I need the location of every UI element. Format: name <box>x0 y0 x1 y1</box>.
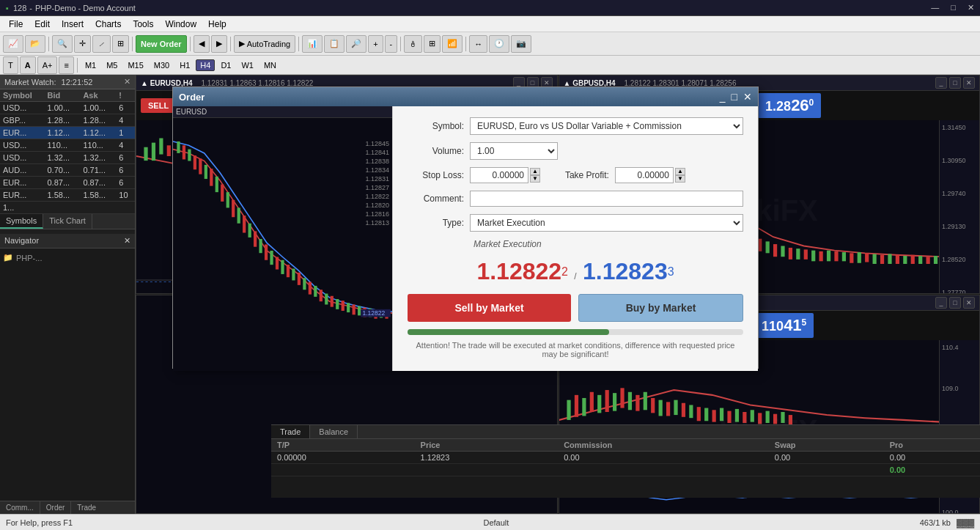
menu-tools[interactable]: Tools <box>127 19 159 29</box>
market-watch-row[interactable]: EUR... 1.58... 1.58... 10 <box>0 189 135 202</box>
period-sep-btn[interactable]: ⊞ <box>112 35 129 53</box>
menu-edit[interactable]: Edit <box>29 19 56 29</box>
volume-btn[interactable]: 📶 <box>442 35 463 53</box>
tp-spin-down[interactable]: ▼ <box>675 175 685 183</box>
tab-trade-left[interactable]: Trade <box>71 501 102 514</box>
chart-type-btn[interactable]: 🕯 <box>404 35 422 53</box>
market-watch-row[interactable]: USD... 1.32... 1.32... 6 <box>0 152 135 164</box>
template-btn[interactable]: 📋 <box>324 35 345 53</box>
usdjpy-minimize[interactable]: _ <box>935 297 947 309</box>
tab-balance[interactable]: Balance <box>310 425 358 438</box>
tf-m5[interactable]: M5 <box>102 59 122 71</box>
market-watch-header: Market Watch: 12:21:52 ✕ <box>0 75 135 89</box>
back-btn[interactable]: ◀ <box>194 35 210 53</box>
tab-symbols[interactable]: Symbols <box>0 214 43 229</box>
tf-mn[interactable]: MN <box>259 59 281 71</box>
volume-select[interactable]: 1.00 <box>470 142 558 160</box>
bottom-table: T/P Price Commission Swap Pro 0.00000 1.… <box>271 439 980 476</box>
align-btn[interactable]: ≡ <box>59 56 73 74</box>
market-watch-row[interactable]: USD... 1.00... 1.00... 6 <box>0 102 135 114</box>
menu-help[interactable]: Help <box>202 19 232 29</box>
close-btn[interactable]: ✕ <box>968 3 974 12</box>
menu-window[interactable]: Window <box>159 19 202 29</box>
usdjpy-maximize[interactable]: □ <box>949 297 961 309</box>
tf-m15[interactable]: M15 <box>123 59 147 71</box>
mw-bid: 1.28... <box>45 114 81 127</box>
symbol-select[interactable]: EURUSD, Euro vs US Dollar Variable + Com… <box>470 117 743 135</box>
sl-input[interactable]: 0.00000 <box>470 167 528 183</box>
status-bar: For Help, press F1 Default 463/1 kb ▓▓▓ <box>0 514 980 530</box>
tf-h1[interactable]: H1 <box>175 59 194 71</box>
new-order-btn[interactable]: New Order <box>136 35 187 53</box>
sl-spin-down[interactable]: ▼ <box>530 175 540 183</box>
eurusd-sell-btn[interactable]: SELL <box>141 98 176 113</box>
dialog-minimize[interactable]: _ <box>720 91 726 103</box>
tf-d1[interactable]: D1 <box>216 59 235 71</box>
form-sl-tp-row: Stop Loss: 0.00000 ▲ ▼ Take Profit: 0.00… <box>408 167 743 183</box>
mw-symbol: EUR... <box>0 127 45 139</box>
col-tp: T/P <box>271 439 415 452</box>
tp-input[interactable]: 0.00000 <box>615 167 674 183</box>
navigator-close[interactable]: ✕ <box>124 236 130 246</box>
menu-insert[interactable]: Insert <box>56 19 89 29</box>
size-btn[interactable]: A+ <box>37 56 58 74</box>
gbpusd-maximize[interactable]: □ <box>949 77 961 89</box>
menu-file[interactable]: File <box>3 19 29 29</box>
zoom-minus-btn[interactable]: - <box>385 35 398 53</box>
gbpusd-minimize[interactable]: _ <box>935 77 947 89</box>
screenshot-btn[interactable]: 📷 <box>511 35 531 53</box>
market-watch-row[interactable]: USD... 110... 110... 4 <box>0 139 135 152</box>
gbpusd-buy-price: 1.28260 <box>758 93 821 118</box>
mw-symbol: USD... <box>0 102 45 114</box>
market-watch-row[interactable]: 1... <box>0 202 135 214</box>
tab-comm[interactable]: Comm... <box>0 501 40 514</box>
tf-m1[interactable]: M1 <box>81 59 100 71</box>
tf-m30[interactable]: M30 <box>150 59 174 71</box>
dialog-close-btn[interactable]: ✕ <box>743 91 752 103</box>
bold-btn[interactable]: A <box>20 56 36 74</box>
type-select[interactable]: Market Execution <box>470 214 743 232</box>
dialog-maximize[interactable]: □ <box>732 91 737 103</box>
grid-btn[interactable]: ⊞ <box>424 35 441 53</box>
maximize-btn[interactable]: □ <box>951 3 956 12</box>
market-watch-row[interactable]: GBP... 1.28... 1.28... 4 <box>0 114 135 127</box>
mw-symbol: EUR... <box>0 177 45 189</box>
buy-by-market-btn[interactable]: Buy by Market <box>578 294 743 322</box>
usdjpy-close[interactable]: ✕ <box>963 297 975 309</box>
tab-tick-chart[interactable]: Tick Chart <box>43 214 92 229</box>
menu-charts[interactable]: Charts <box>89 19 127 29</box>
autotrading-btn[interactable]: ▶ AutoTrading <box>234 35 296 53</box>
open-btn[interactable]: 📂 <box>25 35 45 53</box>
market-watch-close[interactable]: ✕ <box>124 77 130 87</box>
zoom-in-btn[interactable]: 🔍 <box>52 35 73 53</box>
new-chart-btn[interactable]: 📈 <box>3 35 23 53</box>
col-swap: Swap <box>769 439 884 452</box>
move-btn[interactable]: ↔ <box>469 35 487 53</box>
sl-spin-up[interactable]: ▲ <box>530 168 540 175</box>
market-watch-row[interactable]: EUR... 1.12... 1.12... 1 <box>0 127 135 139</box>
nav-item-php[interactable]: 📁 PHP-... <box>3 251 132 264</box>
svg-rect-156 <box>259 239 262 253</box>
line-btn[interactable]: ⟋ <box>92 35 111 53</box>
crosshair-btn[interactable]: ✛ <box>74 35 91 53</box>
tab-trade[interactable]: Trade <box>271 425 310 438</box>
comment-input[interactable] <box>470 191 743 207</box>
svg-rect-109 <box>574 395 578 417</box>
market-watch-row[interactable]: AUD... 0.70... 0.71... 6 <box>0 164 135 177</box>
tf-w1[interactable]: W1 <box>237 59 258 71</box>
zoom-plus-btn[interactable]: + <box>368 35 383 53</box>
tp-spin-up[interactable]: ▲ <box>675 168 685 175</box>
gbpusd-close[interactable]: ✕ <box>963 77 975 89</box>
sell-by-market-btn[interactable]: Sell by Market <box>408 294 571 322</box>
minimize-btn[interactable]: — <box>931 3 939 12</box>
clock-btn[interactable]: 🕐 <box>489 35 509 53</box>
market-watch-row[interactable]: EUR... 0.87... 0.87... 6 <box>0 177 135 189</box>
symbol-control: EURUSD, Euro vs US Dollar Variable + Com… <box>470 117 743 135</box>
indicator-btn[interactable]: 📊 <box>302 35 323 53</box>
tf-h4[interactable]: H4 <box>196 59 215 71</box>
text-tool-btn[interactable]: T <box>3 56 18 74</box>
zoom-out-btn[interactable]: 🔎 <box>346 35 366 53</box>
svg-rect-95 <box>857 252 861 263</box>
tab-order-left[interactable]: Order <box>40 501 72 514</box>
forward-btn[interactable]: ▶ <box>211 35 227 53</box>
